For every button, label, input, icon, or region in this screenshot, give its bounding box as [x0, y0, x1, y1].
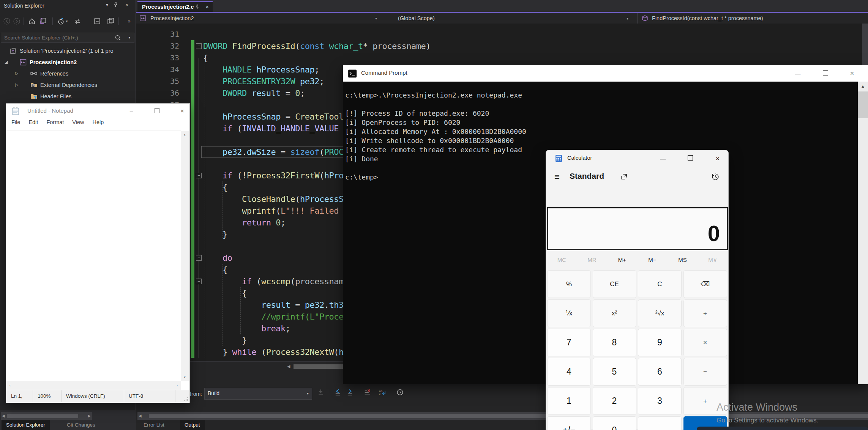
- previous-message-icon[interactable]: [334, 389, 341, 395]
- close-icon[interactable]: ×: [712, 154, 723, 163]
- calc-button-digit-7[interactable]: 7: [547, 329, 591, 356]
- navbar-scope-dropdown[interactable]: (Global Scope): [398, 13, 435, 24]
- calc-button-add[interactable]: +: [683, 387, 727, 415]
- panel-menu-chevron-icon[interactable]: ▾: [103, 2, 111, 8]
- switch-views-icon[interactable]: [73, 17, 82, 26]
- notepad-vertical-scrollbar[interactable]: ∧ ∨: [181, 131, 189, 381]
- minimize-icon[interactable]: —: [793, 69, 803, 78]
- maximize-icon[interactable]: [685, 154, 696, 163]
- fold-collapse-icon[interactable]: −: [196, 173, 202, 178]
- calculator-titlebar[interactable]: Calculator — ×: [546, 150, 728, 167]
- dock-tab-git-changes[interactable]: Git Changes: [62, 420, 100, 430]
- collapse-all-icon[interactable]: [93, 17, 102, 26]
- calc-button-reciprocal[interactable]: ⅟x: [547, 299, 591, 327]
- forward-icon[interactable]: [12, 17, 21, 26]
- fold-collapse-icon[interactable]: −: [196, 43, 202, 49]
- memory-ms[interactable]: MS: [668, 252, 698, 268]
- calc-button-digit-1[interactable]: 1: [547, 387, 591, 415]
- toolbar-overflow-icon[interactable]: »: [125, 17, 134, 26]
- preview-selected-items-icon[interactable]: [106, 17, 115, 26]
- calc-button-digit-5[interactable]: 5: [593, 358, 636, 386]
- tab-pin-icon[interactable]: [195, 5, 200, 9]
- menu-edit[interactable]: Edit: [28, 119, 38, 125]
- tree-item-header-files[interactable]: Header Files: [0, 91, 135, 102]
- scroll-left-icon[interactable]: ◀: [139, 414, 142, 418]
- calc-button-digit-2[interactable]: 2: [593, 387, 636, 415]
- notepad-text-area[interactable]: [6, 131, 181, 381]
- calc-button-digit-4[interactable]: 4: [547, 358, 591, 386]
- hamburger-menu-icon[interactable]: ≡: [554, 172, 560, 182]
- dock-tab-solution-explorer[interactable]: Solution Explorer: [2, 420, 50, 430]
- menu-view[interactable]: View: [72, 119, 84, 125]
- calc-button-percent[interactable]: %: [547, 270, 591, 298]
- fold-collapse-icon[interactable]: −: [196, 255, 202, 261]
- scroll-thumb[interactable]: [7, 414, 78, 418]
- scroll-left-icon[interactable]: ◀: [2, 414, 5, 418]
- calc-button-multiply[interactable]: ×: [683, 329, 727, 356]
- goto-message-icon[interactable]: [317, 389, 324, 395]
- search-input[interactable]: Search Solution Explorer (Ctrl+;) ▾: [1, 33, 134, 43]
- close-icon[interactable]: ×: [847, 69, 857, 78]
- resize-grip[interactable]: [183, 397, 189, 402]
- scroll-up-icon[interactable]: ∧: [183, 133, 186, 137]
- calc-button-square-root[interactable]: ²√x: [638, 299, 682, 327]
- tree-item-solution-processinjection2-1-of-1-pro[interactable]: Solution 'ProcessInjection2' (1 of 1 pro: [0, 46, 135, 57]
- menu-file[interactable]: File: [11, 119, 20, 125]
- cmd-vertical-scrollbar[interactable]: ▲: [858, 82, 868, 384]
- scroll-thumb[interactable]: [149, 414, 868, 418]
- cmd-titlebar[interactable]: Command Prompt — ×: [343, 65, 868, 82]
- timestamp-icon[interactable]: [396, 389, 404, 396]
- calc-button-divide[interactable]: ÷: [683, 299, 727, 327]
- maximize-icon[interactable]: [152, 107, 161, 116]
- notepad-horizontal-scrollbar[interactable]: ‹ ›: [6, 381, 181, 390]
- back-icon[interactable]: [2, 17, 11, 26]
- word-wrap-icon[interactable]: abc: [379, 389, 387, 395]
- search-options-chevron-icon[interactable]: ▾: [128, 36, 130, 39]
- calc-button-decimal[interactable]: .: [638, 416, 682, 430]
- calc-button-digit-0[interactable]: 0: [593, 416, 636, 430]
- minimize-icon[interactable]: –: [127, 107, 136, 116]
- home-icon[interactable]: [27, 17, 36, 26]
- navbar-scope-chevron-icon[interactable]: ▾: [627, 13, 628, 24]
- tree-item-processinjection2[interactable]: ◢ProcessInjection2: [0, 57, 135, 68]
- scroll-down-icon[interactable]: ∨: [183, 375, 186, 379]
- calc-button-subtract[interactable]: −: [683, 358, 727, 386]
- maximize-icon[interactable]: [821, 69, 830, 78]
- output-source-combobox[interactable]: Build ▾: [204, 388, 312, 400]
- calc-button-clear-entry[interactable]: CE: [593, 270, 636, 298]
- sync-with-active-document-icon[interactable]: [39, 17, 48, 26]
- fold-collapse-icon[interactable]: −: [196, 279, 202, 284]
- search-icon[interactable]: [115, 35, 121, 41]
- keep-on-top-icon[interactable]: [620, 173, 628, 180]
- dock-tab-output[interactable]: Output: [180, 420, 205, 430]
- scroll-right-icon[interactable]: ▶: [88, 414, 91, 418]
- expander-collapsed-icon[interactable]: ▷: [15, 71, 18, 76]
- tab-processinjection2-c[interactable]: ProcessInjection2.c ×: [137, 1, 213, 12]
- tab-close-icon[interactable]: ×: [205, 3, 209, 10]
- tree-item-references[interactable]: ▷References: [0, 68, 135, 80]
- scroll-left-icon[interactable]: ‹: [9, 384, 11, 387]
- navbar-member-dropdown[interactable]: FindProcessId(const wchar_t * processnam…: [637, 13, 763, 24]
- next-message-icon[interactable]: [346, 389, 354, 395]
- scroll-thumb[interactable]: [858, 91, 868, 118]
- calc-button-square[interactable]: x²: [593, 299, 636, 327]
- calc-button-clear[interactable]: C: [638, 270, 682, 298]
- clear-all-icon[interactable]: [364, 389, 371, 395]
- menu-help[interactable]: Help: [92, 119, 104, 125]
- notepad-titlebar[interactable]: Untitled - Notepad – ×: [6, 104, 189, 119]
- history-icon[interactable]: [712, 173, 719, 181]
- close-icon[interactable]: ×: [178, 107, 187, 116]
- expander-collapsed-icon[interactable]: ▷: [15, 82, 18, 87]
- calc-button-digit-9[interactable]: 9: [638, 329, 682, 356]
- calc-button-digit-3[interactable]: 3: [638, 387, 682, 415]
- calc-button-digit-6[interactable]: 6: [638, 358, 682, 386]
- memory-m[interactable]: M+: [607, 252, 637, 268]
- menu-format[interactable]: Format: [46, 119, 64, 125]
- expander-expanded-icon[interactable]: ◢: [5, 60, 8, 65]
- hscroll-left-arrow-icon[interactable]: ◀: [287, 364, 290, 369]
- calc-button-backspace[interactable]: ⌫: [683, 270, 727, 298]
- tree-item-external-dependencies[interactable]: ▷External Dependencies: [0, 80, 135, 91]
- memory-m[interactable]: M−: [638, 252, 668, 268]
- calc-button-digit-8[interactable]: 8: [593, 329, 636, 356]
- center-dock-hscrollbar[interactable]: ◀: [137, 412, 868, 420]
